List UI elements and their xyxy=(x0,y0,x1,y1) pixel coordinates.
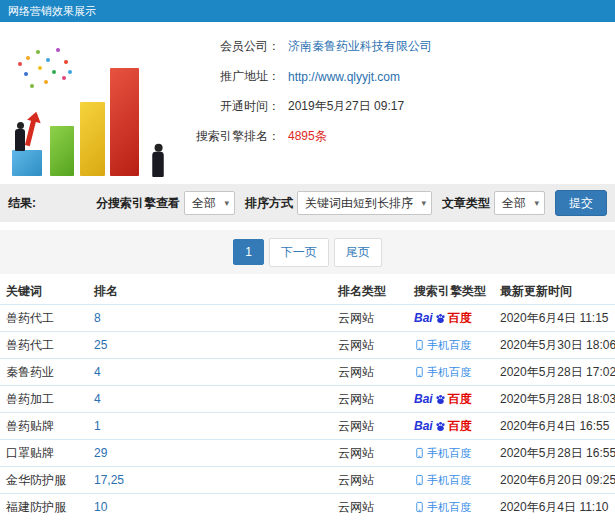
mobile-baidu-label: 手机百度 xyxy=(427,500,471,515)
updated-cell: 2020年6月4日 11:10 xyxy=(494,499,615,516)
chevron-down-icon: ▾ xyxy=(421,192,426,214)
keyword-cell: 兽药加工 xyxy=(0,391,88,408)
engine-filter-value: 全部 xyxy=(192,196,216,210)
promo-url-link[interactable]: http://www.qlyyjt.com xyxy=(288,70,400,84)
rank-type-cell: 云网站 xyxy=(332,391,408,408)
baidu-logo-cn: 百度 xyxy=(448,418,472,435)
baidu-logo-cn: 百度 xyxy=(448,391,472,408)
page-number-current[interactable]: 1 xyxy=(233,239,264,265)
rank-type-cell: 云网站 xyxy=(332,364,408,381)
baidu-paw-icon xyxy=(435,421,446,432)
engine-cell: 手机百度 xyxy=(408,500,494,515)
engine-cell: 手机百度 xyxy=(408,338,494,353)
keyword-cell: 秦鲁药业 xyxy=(0,364,88,381)
col-updated: 最新更新时间 xyxy=(494,283,615,300)
engine-cell: Bai百度 xyxy=(408,391,494,408)
baidu-logo: Bai xyxy=(414,311,433,325)
mobile-phone-icon xyxy=(414,366,425,378)
sort-filter-value: 关键词由短到长排序 xyxy=(305,196,413,210)
confetti-dots xyxy=(18,62,22,66)
table-row: 兽药加工 4 云网站 Bai百度 2020年5月28日 18:03 xyxy=(0,385,615,412)
updated-cell: 2020年6月4日 16:55 xyxy=(494,418,615,435)
next-page-button[interactable]: 下一页 xyxy=(269,238,329,267)
engine-cell: 手机百度 xyxy=(408,473,494,488)
updated-cell: 2020年6月4日 11:15 xyxy=(494,310,615,327)
rank-link[interactable]: 8 xyxy=(88,311,332,325)
marketing-chart-illustration xyxy=(4,30,184,180)
filter-bar: 结果: 分搜索引擎查看 全部 ▾ 排序方式 关键词由短到长排序 ▾ 文章类型 全… xyxy=(0,184,615,222)
chevron-down-icon: ▾ xyxy=(534,192,539,214)
table-row: 金华防护服 17,25 云网站 手机百度 2020年6月20日 09:25 xyxy=(0,466,615,493)
rank-link[interactable]: 29 xyxy=(88,446,332,460)
rank-link[interactable]: 17,25 xyxy=(88,473,332,487)
rank-link[interactable]: 4 xyxy=(88,392,332,406)
col-rank-type: 排名类型 xyxy=(332,283,408,300)
businessman-figure-right xyxy=(151,144,165,179)
company-link[interactable]: 济南秦鲁药业科技有限公司 xyxy=(288,38,432,55)
baidu-logo: Bai xyxy=(414,392,433,406)
growth-arrow-icon xyxy=(25,120,36,146)
chart-bar-blue xyxy=(12,150,42,176)
baidu-paw-icon xyxy=(435,313,446,324)
chart-bar-green xyxy=(50,126,74,176)
businessman-figure-left xyxy=(14,122,26,152)
baidu-logo-cn: 百度 xyxy=(448,310,472,327)
rank-type-cell: 云网站 xyxy=(332,337,408,354)
rank-link[interactable]: 10 xyxy=(88,500,332,514)
rank-type-cell: 云网站 xyxy=(332,499,408,516)
sort-filter-select[interactable]: 关键词由短到长排序 ▾ xyxy=(297,191,432,215)
col-rank: 排名 xyxy=(88,283,332,300)
engine-filter-select[interactable]: 全部 ▾ xyxy=(184,191,235,215)
keyword-cell: 金华防护服 xyxy=(0,472,88,489)
table-row: 兽药代工 8 云网站 Bai百度 2020年6月4日 11:15 xyxy=(0,304,615,331)
engine-cell: Bai百度 xyxy=(408,418,494,435)
baidu-paw-icon xyxy=(435,394,446,405)
mobile-baidu-label: 手机百度 xyxy=(427,338,471,353)
updated-cell: 2020年5月28日 16:55 xyxy=(494,445,615,462)
updated-cell: 2020年5月28日 18:03 xyxy=(494,391,615,408)
rank-link[interactable]: 25 xyxy=(88,338,332,352)
mobile-phone-icon xyxy=(414,447,425,459)
chevron-down-icon: ▾ xyxy=(224,192,229,214)
article-type-value: 全部 xyxy=(502,196,526,210)
updated-cell: 2020年6月20日 09:25 xyxy=(494,472,615,489)
chart-bar-red xyxy=(110,68,139,176)
rank-type-cell: 云网站 xyxy=(332,418,408,435)
mobile-baidu-label: 手机百度 xyxy=(427,473,471,488)
rank-link[interactable]: 4 xyxy=(88,365,332,379)
mobile-phone-icon xyxy=(414,501,425,513)
submit-button[interactable]: 提交 xyxy=(555,190,607,216)
member-info-section: 会员公司： 济南秦鲁药业科技有限公司 推广地址： http://www.qlyy… xyxy=(0,22,615,184)
open-time-label: 开通时间： xyxy=(184,98,280,115)
updated-cell: 2020年5月30日 18:06 xyxy=(494,337,615,354)
engine-cell: Bai百度 xyxy=(408,310,494,327)
chart-bar-yellow xyxy=(80,102,105,176)
updated-cell: 2020年5月28日 17:02 xyxy=(494,364,615,381)
table-row: 秦鲁药业 4 云网站 手机百度 2020年5月28日 17:02 xyxy=(0,358,615,385)
engine-cell: 手机百度 xyxy=(408,446,494,461)
sort-filter-label: 排序方式 xyxy=(245,195,293,212)
mobile-baidu-label: 手机百度 xyxy=(427,365,471,380)
last-page-button[interactable]: 尾页 xyxy=(334,238,382,267)
keyword-cell: 兽药代工 xyxy=(0,337,88,354)
rank-link[interactable]: 1 xyxy=(88,419,332,433)
table-row: 口罩贴牌 29 云网站 手机百度 2020年5月28日 16:55 xyxy=(0,439,615,466)
keyword-cell: 福建防护服 xyxy=(0,499,88,516)
article-type-select[interactable]: 全部 ▾ xyxy=(494,191,545,215)
result-label: 结果: xyxy=(8,195,36,212)
ranking-count-label: 搜索引擎排名： xyxy=(184,128,280,145)
filter-controls: 分搜索引擎查看 全部 ▾ 排序方式 关键词由短到长排序 ▾ 文章类型 全部 ▾ … xyxy=(86,190,607,216)
rank-type-cell: 云网站 xyxy=(332,472,408,489)
member-meta: 会员公司： 济南秦鲁药业科技有限公司 推广地址： http://www.qlyy… xyxy=(184,30,615,184)
pagination: 1 下一页 尾页 xyxy=(0,230,615,274)
rank-type-cell: 云网站 xyxy=(332,445,408,462)
mobile-phone-icon xyxy=(414,474,425,486)
keyword-cell: 口罩贴牌 xyxy=(0,445,88,462)
rank-type-cell: 云网站 xyxy=(332,310,408,327)
company-label: 会员公司： xyxy=(184,38,280,55)
keyword-cell: 兽药代工 xyxy=(0,310,88,327)
page-title-bar: 网络营销效果展示 xyxy=(0,0,615,22)
table-row: 兽药贴牌 1 云网站 Bai百度 2020年6月4日 16:55 xyxy=(0,412,615,439)
ranking-count-value: 4895条 xyxy=(288,128,327,145)
open-time-value: 2019年5月27日 09:17 xyxy=(288,98,404,115)
